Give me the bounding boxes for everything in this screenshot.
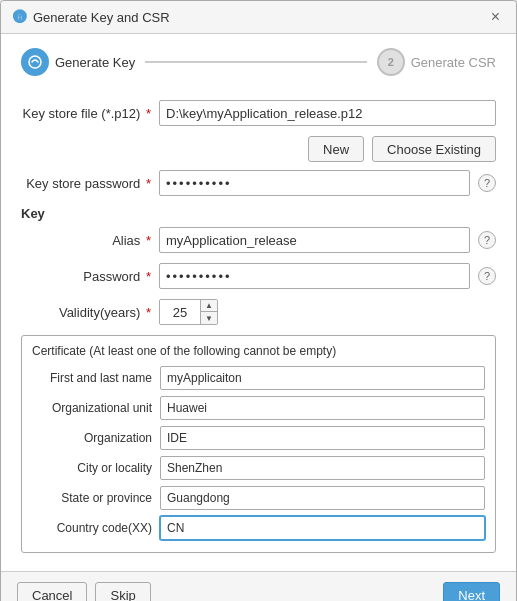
cert-section-title: Certificate (At least one of the followi…	[32, 344, 485, 358]
alias-help-icon[interactable]: ?	[478, 231, 496, 249]
cert-input-state[interactable]	[160, 486, 485, 510]
alias-row: Alias * ?	[21, 227, 496, 253]
keystore-buttons: New Choose Existing	[21, 136, 496, 162]
app-logo-icon: 🅐	[13, 9, 27, 25]
next-button[interactable]: Next	[443, 582, 500, 601]
validity-increment-button[interactable]: ▲	[201, 300, 217, 312]
key-section: Key Alias * ? Password * ?	[21, 206, 496, 553]
keystore-password-row: Key store password * ?	[21, 170, 496, 196]
title-bar: 🅐 Generate Key and CSR ×	[1, 1, 516, 34]
cert-row-0: First and last name	[32, 366, 485, 390]
certificate-section: Certificate (At least one of the followi…	[21, 335, 496, 553]
svg-point-0	[29, 56, 41, 68]
alias-label: Alias *	[21, 233, 151, 248]
cert-label-3: City or locality	[32, 461, 152, 475]
step-connector	[145, 61, 367, 63]
step2-label: Generate CSR	[411, 55, 496, 70]
step1-circle	[21, 48, 49, 76]
title-bar-left: 🅐 Generate Key and CSR	[13, 9, 170, 25]
validity-spinner: ▲ ▼	[159, 299, 218, 325]
dialog-footer: Cancel Skip Next	[1, 571, 516, 601]
cert-input-org-unit[interactable]	[160, 396, 485, 420]
validity-spinner-buttons: ▲ ▼	[200, 300, 217, 324]
step2-circle: 2	[377, 48, 405, 76]
step1-label: Generate Key	[55, 55, 135, 70]
keystore-password-input[interactable]	[159, 170, 470, 196]
choose-existing-button[interactable]: Choose Existing	[372, 136, 496, 162]
cert-row-3: City or locality	[32, 456, 485, 480]
cert-row-4: State or province	[32, 486, 485, 510]
keystore-input[interactable]	[159, 100, 496, 126]
key-password-help-icon[interactable]: ?	[478, 267, 496, 285]
key-password-input[interactable]	[159, 263, 470, 289]
keystore-password-help-icon[interactable]: ?	[478, 174, 496, 192]
cert-label-5: Country code(XX)	[32, 521, 152, 535]
cert-input-country[interactable]	[160, 516, 485, 540]
cert-input-city[interactable]	[160, 456, 485, 480]
key-password-row: Password * ?	[21, 263, 496, 289]
key-password-label: Password *	[21, 269, 151, 284]
cert-row-2: Organization	[32, 426, 485, 450]
validity-row: Validity(years) * ▲ ▼	[21, 299, 496, 325]
cert-input-organization[interactable]	[160, 426, 485, 450]
cert-label-4: State or province	[32, 491, 152, 505]
keystore-row: Key store file (*.p12) *	[21, 100, 496, 126]
validity-label: Validity(years) *	[21, 305, 151, 320]
cert-label-1: Organizational unit	[32, 401, 152, 415]
keystore-label: Key store file (*.p12) *	[21, 106, 151, 121]
close-button[interactable]: ×	[487, 9, 504, 25]
validity-decrement-button[interactable]: ▼	[201, 312, 217, 324]
generate-key-csr-dialog: 🅐 Generate Key and CSR × Generate Key 2 …	[0, 0, 517, 601]
cert-row-1: Organizational unit	[32, 396, 485, 420]
skip-button[interactable]: Skip	[95, 582, 150, 601]
form-content: Key store file (*.p12) * New Choose Exis…	[1, 90, 516, 571]
dialog-title: Generate Key and CSR	[33, 10, 170, 25]
cert-row-5: Country code(XX)	[32, 516, 485, 540]
cert-label-0: First and last name	[32, 371, 152, 385]
step-generate-key: Generate Key	[21, 48, 135, 76]
steps-bar: Generate Key 2 Generate CSR	[1, 34, 516, 90]
step-generate-csr: 2 Generate CSR	[377, 48, 496, 76]
alias-input[interactable]	[159, 227, 470, 253]
new-button[interactable]: New	[308, 136, 364, 162]
validity-input[interactable]	[160, 300, 200, 324]
keystore-password-label: Key store password *	[21, 176, 151, 191]
cert-input-first-last-name[interactable]	[160, 366, 485, 390]
step2-number: 2	[388, 56, 394, 68]
footer-left-buttons: Cancel Skip	[17, 582, 151, 601]
cancel-button[interactable]: Cancel	[17, 582, 87, 601]
key-section-title: Key	[21, 206, 496, 221]
cert-label-2: Organization	[32, 431, 152, 445]
